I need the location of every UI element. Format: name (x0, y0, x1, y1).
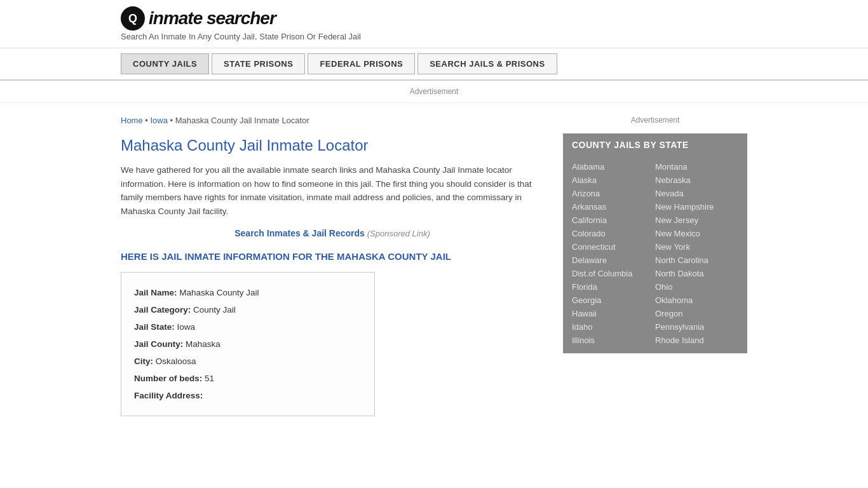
main-content: Home • Iowa • Mahaska County Jail Inmate… (121, 103, 544, 429)
jail-county-label: Jail County: (134, 339, 183, 349)
state-item[interactable]: Ohio (655, 280, 738, 294)
beds-value: 51 (205, 374, 214, 383)
city-label: City: (134, 356, 153, 366)
jail-state-row: Jail State: Iowa (134, 318, 362, 336)
nav-bar: COUNTY JAILS STATE PRISONS FEDERAL PRISO… (0, 48, 868, 81)
state-item[interactable]: New Jersey (655, 214, 738, 227)
header: Q inmate searcher Search An Inmate In An… (0, 0, 868, 48)
state-item[interactable]: Idaho (572, 320, 655, 334)
state-item[interactable]: New York (655, 240, 738, 254)
state-item[interactable]: Delaware (572, 254, 655, 267)
sidebar: Advertisement COUNTY JAILS BY STATE Alab… (563, 103, 747, 429)
breadcrumb-home[interactable]: Home (121, 116, 143, 125)
facility-row: Facility Address: (134, 387, 362, 404)
tagline: Search An Inmate In Any County Jail, Sta… (121, 32, 747, 41)
state-item[interactable]: Arkansas (572, 200, 655, 214)
info-box: Jail Name: Mahaska County Jail Jail Cate… (121, 272, 375, 416)
state-item[interactable]: New Hampshire (655, 200, 738, 214)
state-item[interactable]: Pennsylvania (655, 320, 738, 334)
jail-state-value: Iowa (177, 322, 196, 332)
sponsored-label: (Sponsored Link) (367, 229, 430, 238)
state-col1: AlabamaAlaskaArizonaArkansasCaliforniaCo… (572, 160, 655, 347)
facility-label: Facility Address: (134, 391, 203, 400)
jail-category-value: County Jail (193, 305, 236, 315)
logo-area: Q inmate searcher (121, 6, 747, 30)
jail-name-value: Mahaska County Jail (179, 288, 259, 297)
jail-name-row: Jail Name: Mahaska County Jail (134, 284, 362, 301)
state-item[interactable]: Florida (572, 280, 655, 294)
jail-state-label: Jail State: (134, 322, 175, 332)
jail-name-label: Jail Name: (134, 288, 177, 297)
breadcrumb: Home • Iowa • Mahaska County Jail Inmate… (121, 116, 544, 125)
logo-icon: Q (121, 6, 145, 30)
nav-state-prisons[interactable]: STATE PRISONS (212, 53, 305, 74)
description: We have gathered for you all the availab… (121, 163, 544, 218)
state-item[interactable]: Rhode Island (655, 334, 738, 347)
state-grid: AlabamaAlaskaArizonaArkansasCaliforniaCo… (563, 156, 747, 353)
state-item[interactable]: Montana (655, 160, 738, 173)
section-heading: HERE IS JAIL INMATE INFORMATION FOR THE … (121, 251, 544, 262)
state-item[interactable]: Nevada (655, 187, 738, 200)
state-item[interactable]: Georgia (572, 294, 655, 307)
sponsored-link[interactable]: Search Inmates & Jail Records (234, 228, 365, 238)
state-item[interactable]: North Carolina (655, 254, 738, 267)
state-box-title: COUNTY JAILS BY STATE (563, 133, 747, 156)
main-layout: Home • Iowa • Mahaska County Jail Inmate… (0, 103, 868, 429)
sponsored-link-area: Search Inmates & Jail Records (Sponsored… (121, 228, 544, 238)
state-item[interactable]: Nebraska (655, 173, 738, 187)
nav-federal-prisons[interactable]: FEDERAL PRISONS (308, 53, 415, 74)
state-item[interactable]: Dist.of Columbia (572, 267, 655, 280)
state-box: COUNTY JAILS BY STATE AlabamaAlaskaArizo… (563, 133, 747, 353)
city-value: Oskaloosa (156, 356, 196, 366)
state-item[interactable]: Alabama (572, 160, 655, 173)
jail-county-row: Jail County: Mahaska (134, 336, 362, 353)
state-item[interactable]: California (572, 214, 655, 227)
state-item[interactable]: Oklahoma (655, 294, 738, 307)
state-item[interactable]: Colorado (572, 227, 655, 240)
state-col2: MontanaNebraskaNevadaNew HampshireNew Je… (655, 160, 738, 347)
state-item[interactable]: Alaska (572, 173, 655, 187)
state-item[interactable]: Hawaii (572, 307, 655, 320)
beds-label: Number of beds: (134, 374, 202, 383)
jail-category-label: Jail Category: (134, 305, 191, 315)
breadcrumb-current: Mahaska County Jail Inmate Locator (175, 116, 309, 125)
ad-bar-top: Advertisement (0, 81, 868, 103)
state-item[interactable]: New Mexico (655, 227, 738, 240)
state-item[interactable]: Arizona (572, 187, 655, 200)
page-title: Mahaska County Jail Inmate Locator (121, 137, 544, 154)
jail-category-row: Jail Category: County Jail (134, 301, 362, 318)
beds-row: Number of beds: 51 (134, 370, 362, 387)
nav-search-jails[interactable]: SEARCH JAILS & PRISONS (417, 53, 557, 74)
jail-county-value: Mahaska (186, 339, 220, 349)
nav-county-jails[interactable]: COUNTY JAILS (121, 53, 209, 74)
state-item[interactable]: Illinois (572, 334, 655, 347)
sidebar-ad: Advertisement (563, 116, 747, 125)
breadcrumb-state[interactable]: Iowa (150, 116, 167, 125)
state-item[interactable]: Connecticut (572, 240, 655, 254)
logo-text: inmate searcher (149, 8, 276, 29)
state-item[interactable]: North Dakota (655, 267, 738, 280)
city-row: City: Oskaloosa (134, 353, 362, 370)
state-item[interactable]: Oregon (655, 307, 738, 320)
